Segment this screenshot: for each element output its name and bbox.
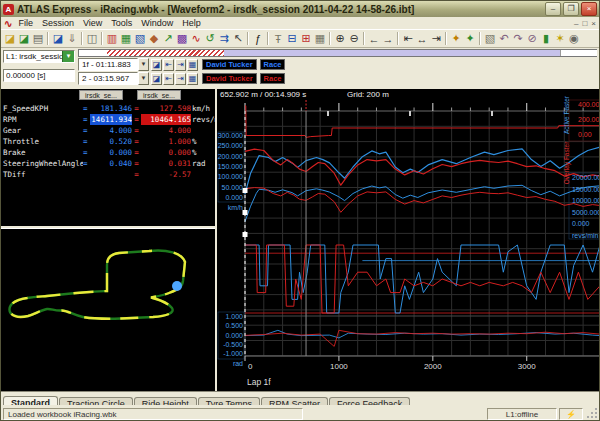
time-offset-input[interactable]: 0.00000 [s] xyxy=(3,69,75,82)
zoom-out-icon[interactable]: ⊖ xyxy=(347,31,361,47)
lap-time-display-2[interactable]: 2 - 03:15.967 xyxy=(78,72,138,85)
rpm-axis-label: 20000.000 xyxy=(572,174,600,181)
nav-forward-icon[interactable]: → xyxy=(381,31,395,47)
channel-row-f-speedkph[interactable]: F_SpeedKPH=181.346=127.598km/h xyxy=(1,103,215,114)
zoom-start-icon[interactable]: ⇤ xyxy=(401,31,415,47)
menu-item-view[interactable]: View xyxy=(83,18,102,28)
new-display-icon[interactable]: ◫ xyxy=(85,31,99,47)
lap-time-display-1[interactable]: 1f - 01:11.883 xyxy=(78,58,138,71)
track-map[interactable] xyxy=(1,229,215,391)
zoom-fit-icon[interactable]: ↔ xyxy=(415,31,429,47)
open-file-icon[interactable]: ◪ xyxy=(3,31,17,47)
mdi-restore-button[interactable]: □ xyxy=(582,19,587,28)
menu-item-window[interactable]: Window xyxy=(141,18,173,28)
channel-source-header-1[interactable]: irsdk_se... xyxy=(79,90,123,100)
mdi-minimize-button[interactable]: – xyxy=(574,19,578,28)
zoom-in-icon[interactable]: ⊕ xyxy=(333,31,347,47)
display-waveform-icon[interactable]: ∿ xyxy=(189,31,203,47)
menu-item-session[interactable]: Session xyxy=(42,18,74,28)
grid-spacing-readout: Grid: 200 m xyxy=(347,90,389,99)
align-horizontal-icon[interactable]: ⊟ xyxy=(285,31,299,47)
resize-grip[interactable] xyxy=(585,408,597,420)
timeline-thumb[interactable] xyxy=(560,50,597,56)
menu-item-file[interactable]: File xyxy=(18,18,33,28)
channel-row-brake[interactable]: Brake=0.000=0.000% xyxy=(1,147,215,158)
close-button[interactable]: × xyxy=(581,2,597,16)
zoom-next-icon[interactable]: ↷ xyxy=(511,31,525,47)
lap-next-button-2[interactable]: ⇥ xyxy=(175,73,186,85)
session-source-dropdown-icon[interactable]: ▼ xyxy=(62,51,74,62)
vertical-axis-label: Overlay Faster xyxy=(563,141,571,184)
properties-icon[interactable]: ▧ xyxy=(483,31,497,47)
channel-row-throttle[interactable]: Throttle=0.520=1.000% xyxy=(1,136,215,147)
display-matrix-icon[interactable]: ▩ xyxy=(175,31,189,47)
menu-item-tools[interactable]: Tools xyxy=(111,18,132,28)
lap-dropdown-button-2[interactable]: ▼ xyxy=(138,72,149,85)
open-workbook-icon[interactable]: ◪ xyxy=(51,31,65,47)
channel-eq-primary: = xyxy=(83,158,90,169)
channel-name: Throttle xyxy=(1,136,83,147)
display-compare-icon[interactable]: ⇉ xyxy=(217,31,231,47)
display-table-icon[interactable]: ▦ xyxy=(119,31,133,47)
lap-prev-button-1[interactable]: ⇤ xyxy=(163,59,174,71)
display-circuit-icon[interactable]: ↺ xyxy=(203,31,217,47)
waveform-chart[interactable]: 652.902 m / 00:14.909 sGrid: 200 m400.00… xyxy=(217,89,600,391)
mdi-close-button[interactable]: × xyxy=(591,19,596,28)
display-histogram-icon[interactable]: ▧ xyxy=(133,31,147,47)
channel-unit: revs/min xyxy=(191,114,215,125)
title-bar[interactable]: A ATLAS Express - iRacing.wbk - [Wavefor… xyxy=(1,1,599,17)
pointer-tool-icon[interactable]: ↖ xyxy=(231,31,245,47)
function-editor-icon[interactable]: ƒ xyxy=(251,31,265,47)
series-steering-red xyxy=(245,330,600,346)
rpm-axis-label: 5000.000 xyxy=(572,209,600,216)
text-marker-tool-icon[interactable]: Ŧ xyxy=(271,31,285,47)
session-source-combo[interactable]: L1: irsdk_sessio ▼ xyxy=(3,50,75,63)
zoom-reset-icon[interactable]: ⊘ xyxy=(525,31,539,47)
channel-row-rpm[interactable]: RPM=14611.934=10464.165revs/min xyxy=(1,114,215,125)
zoom-end-icon[interactable]: ⇥ xyxy=(429,31,443,47)
lap-load-button-1[interactable]: ◪ xyxy=(151,59,162,71)
session-timeline-bar[interactable] xyxy=(78,49,597,57)
channel-source-header-2[interactable]: irsdk_se... xyxy=(137,90,181,100)
marker-add-icon[interactable]: ✦ xyxy=(449,31,463,47)
toolbar-separator xyxy=(101,32,103,45)
lap-prev-button-2[interactable]: ⇤ xyxy=(163,73,174,85)
lap-list-button-1[interactable]: ▦ xyxy=(187,59,198,71)
steering-axis-label: 0.500 xyxy=(225,322,243,329)
print-icon[interactable]: ▤ xyxy=(31,31,45,47)
marker-next-icon[interactable]: ✦ xyxy=(463,31,477,47)
grid-options-icon[interactable]: ▦ xyxy=(313,31,327,47)
car-position-marker[interactable] xyxy=(172,281,182,291)
channel-row-gear[interactable]: Gear=4.000=4.000 xyxy=(1,125,215,136)
data-column-icon[interactable]: ▮ xyxy=(539,31,553,47)
capture-screen-icon[interactable]: ◉ xyxy=(567,31,581,47)
tdiff-axis-label: 400.00 xyxy=(578,101,600,108)
timeline-selected-range[interactable] xyxy=(107,50,224,56)
timeline-loaded-range[interactable] xyxy=(224,50,560,56)
lap-load-button-2[interactable]: ◪ xyxy=(151,73,162,85)
channel-name: Gear xyxy=(1,125,83,136)
display-map-icon[interactable]: ↗ xyxy=(161,31,175,47)
restore-button[interactable]: ❐ xyxy=(563,2,579,16)
menu-item-help[interactable]: Help xyxy=(182,18,201,28)
channel-row-steeringwheelangle[interactable]: SteeringWheelAngle=0.040=0.031rad xyxy=(1,158,215,169)
atlas-express-window: A ATLAS Express - iRacing.wbk - [Wavefor… xyxy=(0,0,600,421)
channel-values-panel: F_SpeedKPH=181.346=127.598km/hRPM=14611.… xyxy=(1,89,215,226)
export-data-icon[interactable]: ⇓ xyxy=(65,31,79,47)
import-session-icon[interactable]: ◪ xyxy=(17,31,31,47)
highlight-lap-icon[interactable]: ✶ xyxy=(553,31,567,47)
display-column-icon[interactable]: ▥ xyxy=(105,31,119,47)
lap-dropdown-button-1[interactable]: ▼ xyxy=(138,58,149,71)
zoom-previous-icon[interactable]: ↶ xyxy=(497,31,511,47)
channel-value-overlay: 127.598 xyxy=(141,103,191,114)
lap-list-button-2[interactable]: ▦ xyxy=(187,73,198,85)
nav-back-icon[interactable]: ← xyxy=(367,31,381,47)
menu-bar: ∿ FileSessionViewToolsWindowHelp – □ × xyxy=(1,17,599,29)
toolbar-separator xyxy=(397,32,399,45)
align-vertical-icon[interactable]: ⊞ xyxy=(299,31,313,47)
channel-row-tdiff[interactable]: TDiff=-2.57 xyxy=(1,169,215,180)
channel-eq-overlay: = xyxy=(132,125,141,136)
lap-next-button-1[interactable]: ⇥ xyxy=(175,59,186,71)
display-scatter-icon[interactable]: ◆ xyxy=(147,31,161,47)
minimize-button[interactable]: – xyxy=(545,2,561,16)
